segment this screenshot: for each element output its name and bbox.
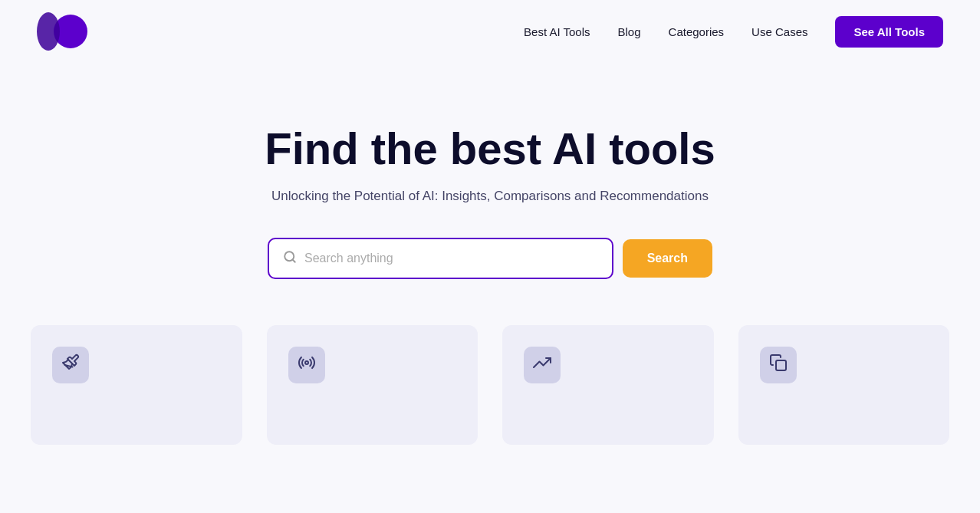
nav-categories[interactable]: Categories [669,25,725,38]
trending-up-icon [533,354,551,377]
card-4[interactable] [738,325,950,445]
nav-best-ai-tools[interactable]: Best AI Tools [524,25,590,38]
svg-point-2 [305,361,308,364]
card-1-icon-wrapper [52,347,89,383]
hero-subtitle: Unlocking the Potential of AI: Insights,… [271,189,709,204]
search-icon [283,250,297,267]
card-3-icon-wrapper [524,347,561,383]
search-input-wrapper [268,238,613,279]
see-all-tools-button[interactable]: See All Tools [835,16,943,48]
search-container: Search [268,238,712,279]
hero-section: Find the best AI tools Unlocking the Pot… [0,63,980,325]
card-2[interactable] [267,325,478,445]
copy-icon [769,354,788,377]
card-4-icon-wrapper [760,347,797,383]
logo-icon [37,12,87,51]
nav-use-cases[interactable]: Use Cases [751,25,807,38]
hero-title: Find the best AI tools [265,124,715,173]
cards-row [0,325,980,445]
svg-line-1 [292,259,294,261]
nav-blog[interactable]: Blog [618,25,641,38]
logo[interactable] [37,12,87,51]
navbar: Best AI Tools Blog Categories Use Cases … [0,0,980,63]
paintbrush-icon [61,354,80,377]
svg-rect-3 [776,360,786,370]
card-1[interactable] [31,325,242,445]
search-input[interactable] [304,252,598,265]
card-3[interactable] [502,325,714,445]
nav-links: Best AI Tools Blog Categories Use Cases … [524,16,943,48]
podcast-icon [298,354,316,377]
search-button[interactable]: Search [623,239,712,278]
card-2-icon-wrapper [288,347,325,383]
